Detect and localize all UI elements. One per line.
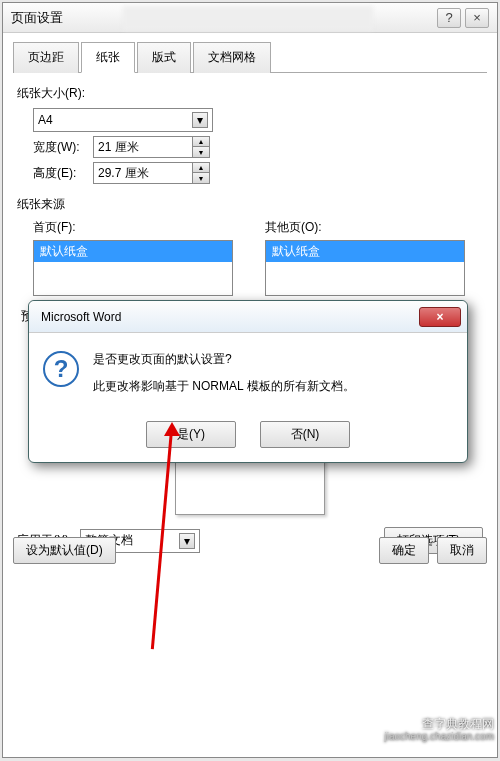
watermark-text-1: 查字典教程网 [384, 717, 494, 731]
paper-size-label: 纸张大小(R): [17, 85, 487, 102]
spin-up-icon[interactable]: ▲ [193, 163, 209, 173]
other-page-label: 其他页(O): [265, 219, 467, 236]
spin-down-icon[interactable]: ▼ [193, 173, 209, 183]
popup-title: Microsoft Word [35, 310, 419, 324]
list-item[interactable]: 默认纸盒 [266, 241, 464, 262]
confirm-dialog: Microsoft Word × ? 是否更改页面的默认设置? 此更改将影响基于… [28, 300, 468, 463]
chevron-down-icon[interactable]: ▾ [192, 112, 208, 128]
watermark: 查字典教程网 jiaocheng.chazidian.com [384, 717, 494, 743]
height-input[interactable]: 29.7 厘米 [93, 162, 193, 184]
width-input[interactable]: 21 厘米 [93, 136, 193, 158]
height-spinner[interactable]: 29.7 厘米 ▲▼ [93, 162, 210, 184]
blur-region [123, 6, 373, 30]
question-icon: ? [43, 351, 79, 387]
tab-paper[interactable]: 纸张 [81, 42, 135, 73]
spin-up-icon[interactable]: ▲ [193, 137, 209, 147]
titlebar: 页面设置 ? × [3, 3, 497, 33]
width-label: 宽度(W): [33, 139, 93, 156]
paper-size-select[interactable]: A4 ▾ [33, 108, 213, 132]
tab-margin[interactable]: 页边距 [13, 42, 79, 73]
popup-titlebar: Microsoft Word × [29, 301, 467, 333]
tab-strip: 页边距 纸张 版式 文档网格 [13, 41, 487, 73]
ok-button[interactable]: 确定 [379, 537, 429, 564]
no-button[interactable]: 否(N) [260, 421, 350, 448]
height-label: 高度(E): [33, 165, 93, 182]
other-page-listbox[interactable]: 默认纸盒 [265, 240, 465, 296]
popup-message-1: 是否更改页面的默认设置? [93, 351, 355, 368]
list-item[interactable]: 默认纸盒 [34, 241, 232, 262]
popup-message-2: 此更改将影响基于 NORMAL 模板的所有新文档。 [93, 378, 355, 395]
paper-source-legend: 纸张来源 [17, 196, 487, 213]
close-button[interactable]: × [465, 8, 489, 28]
cancel-button[interactable]: 取消 [437, 537, 487, 564]
popup-close-button[interactable]: × [419, 307, 461, 327]
spin-down-icon[interactable]: ▼ [193, 147, 209, 157]
help-button[interactable]: ? [437, 8, 461, 28]
set-default-button[interactable]: 设为默认值(D) [13, 537, 116, 564]
first-page-label: 首页(F): [33, 219, 235, 236]
yes-button[interactable]: 是(Y) [146, 421, 236, 448]
first-page-listbox[interactable]: 默认纸盒 [33, 240, 233, 296]
width-spinner[interactable]: 21 厘米 ▲▼ [93, 136, 210, 158]
tab-layout[interactable]: 版式 [137, 42, 191, 73]
tab-grid[interactable]: 文档网格 [193, 42, 271, 73]
paper-size-value: A4 [38, 113, 53, 127]
watermark-text-2: jiaocheng.chazidian.com [384, 731, 494, 743]
